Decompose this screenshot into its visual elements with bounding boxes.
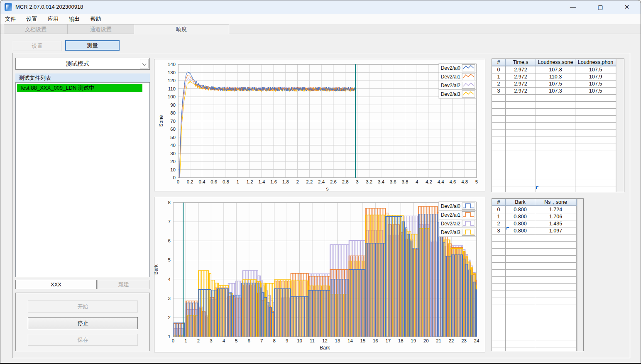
- table-cell[interactable]: [575, 165, 616, 172]
- table-cell[interactable]: [506, 95, 536, 102]
- table-cell[interactable]: [492, 298, 506, 305]
- table-cell[interactable]: 2.972: [506, 88, 536, 95]
- table-cell[interactable]: [492, 319, 506, 326]
- table-row[interactable]: [492, 277, 583, 284]
- table-cell[interactable]: [535, 298, 577, 305]
- xxx-button[interactable]: XXX: [15, 280, 97, 289]
- table-cell[interactable]: [535, 263, 577, 270]
- table-row[interactable]: [492, 305, 583, 312]
- table-cell[interactable]: [506, 116, 536, 123]
- table-row[interactable]: [492, 270, 583, 277]
- table-cell[interactable]: 2.972: [506, 66, 536, 73]
- table-cell[interactable]: 2.972: [506, 81, 536, 88]
- table-row[interactable]: [492, 144, 624, 151]
- table-cell[interactable]: 2: [492, 81, 506, 88]
- table-cell[interactable]: [506, 123, 536, 130]
- table-row[interactable]: 30.8001.097: [492, 227, 583, 235]
- table-cell[interactable]: [575, 179, 616, 186]
- table-cell[interactable]: [506, 165, 536, 172]
- table-cell[interactable]: [506, 263, 535, 270]
- table-cell[interactable]: 0.800: [506, 227, 535, 235]
- table-cell[interactable]: [536, 172, 575, 179]
- table-row[interactable]: [492, 242, 583, 249]
- loudness-time-chart[interactable]: 00.20.40.60.811.21.41.61.822.22.42.62.83…: [154, 59, 485, 191]
- start-button[interactable]: 开始: [28, 300, 138, 313]
- stop-button[interactable]: 停止: [28, 317, 138, 329]
- table-cell[interactable]: 107.5: [575, 81, 616, 88]
- legend-entry[interactable]: Dev2/ai2: [439, 81, 476, 90]
- table-cell[interactable]: [506, 340, 535, 347]
- table-row[interactable]: 02.972107.8107.5: [492, 66, 624, 73]
- table-cell[interactable]: [492, 284, 506, 291]
- table-cell[interactable]: [506, 109, 536, 116]
- table-row[interactable]: [492, 95, 624, 102]
- table-cell[interactable]: [535, 277, 577, 284]
- table-cell[interactable]: [506, 270, 535, 277]
- table-cell[interactable]: [535, 347, 577, 351]
- test-mode-dropdown[interactable]: 测试模式: [15, 58, 150, 70]
- table-cell[interactable]: [575, 137, 616, 144]
- legend-entry[interactable]: Dev2/ai2: [439, 219, 476, 228]
- table-row[interactable]: [492, 172, 624, 179]
- table-cell[interactable]: 107.3: [536, 88, 575, 95]
- table-row[interactable]: [492, 256, 583, 263]
- table-cell[interactable]: [492, 186, 506, 192]
- chevron-down-icon[interactable]: [140, 59, 149, 68]
- table-cell[interactable]: [506, 235, 535, 242]
- table-row[interactable]: [492, 312, 583, 319]
- table-cell[interactable]: 1.706: [535, 213, 577, 220]
- table-cell[interactable]: [492, 165, 506, 172]
- table-cell[interactable]: [575, 109, 616, 116]
- table-row[interactable]: [492, 326, 583, 333]
- table-cell[interactable]: [575, 102, 616, 109]
- table-cell[interactable]: [535, 284, 577, 291]
- table-cell[interactable]: [492, 130, 506, 137]
- table-cell[interactable]: 1.435: [535, 220, 577, 227]
- table-row[interactable]: 32.972107.3107.5: [492, 88, 624, 95]
- table-cell[interactable]: [536, 151, 575, 158]
- table-cell[interactable]: [492, 333, 506, 340]
- tab-loudness[interactable]: 响度: [134, 24, 229, 34]
- menu-application[interactable]: 应用: [43, 14, 63, 24]
- table-cell[interactable]: [575, 172, 616, 179]
- table-cell[interactable]: [506, 277, 535, 284]
- table-cell[interactable]: [506, 333, 535, 340]
- table-cell[interactable]: [492, 109, 506, 116]
- table-cell[interactable]: [492, 256, 506, 263]
- menu-output[interactable]: 输出: [64, 14, 84, 24]
- table-row[interactable]: [492, 137, 624, 144]
- table-cell[interactable]: [506, 347, 535, 351]
- table-cell[interactable]: 2.972: [506, 73, 536, 81]
- table-cell[interactable]: 1.724: [535, 206, 577, 213]
- table-cell[interactable]: [535, 319, 577, 326]
- table-cell[interactable]: 3: [492, 227, 506, 235]
- table-cell[interactable]: [575, 144, 616, 151]
- table-cell[interactable]: [506, 186, 536, 192]
- table-cell[interactable]: [535, 340, 577, 347]
- table-cell[interactable]: [536, 165, 575, 172]
- table-cell[interactable]: [492, 249, 506, 256]
- table-row[interactable]: [492, 165, 624, 172]
- table-cell[interactable]: 110.3: [536, 73, 575, 81]
- menu-help[interactable]: 帮助: [86, 14, 105, 24]
- table-scrollbar-gutter[interactable]: [577, 199, 583, 351]
- legend-entry[interactable]: Dev2/ai0: [439, 64, 476, 72]
- table-cell[interactable]: [536, 123, 575, 130]
- table-cell[interactable]: [492, 312, 506, 319]
- table-row[interactable]: [492, 151, 624, 158]
- table-cell[interactable]: 2: [492, 220, 506, 227]
- table-cell[interactable]: [535, 305, 577, 312]
- table-cell[interactable]: [535, 291, 577, 298]
- table-cell[interactable]: [492, 235, 506, 242]
- table-cell[interactable]: [535, 312, 577, 319]
- table-cell[interactable]: [492, 270, 506, 277]
- legend-entry[interactable]: Dev2/ai0: [439, 202, 476, 210]
- table-cell[interactable]: [506, 312, 535, 319]
- table-cell[interactable]: [492, 242, 506, 249]
- table-cell[interactable]: [536, 109, 575, 116]
- table-cell[interactable]: [506, 291, 535, 298]
- table-row[interactable]: [492, 179, 624, 186]
- table-cell[interactable]: [575, 123, 616, 130]
- table-cell[interactable]: [492, 347, 506, 351]
- table-cell[interactable]: [492, 326, 506, 333]
